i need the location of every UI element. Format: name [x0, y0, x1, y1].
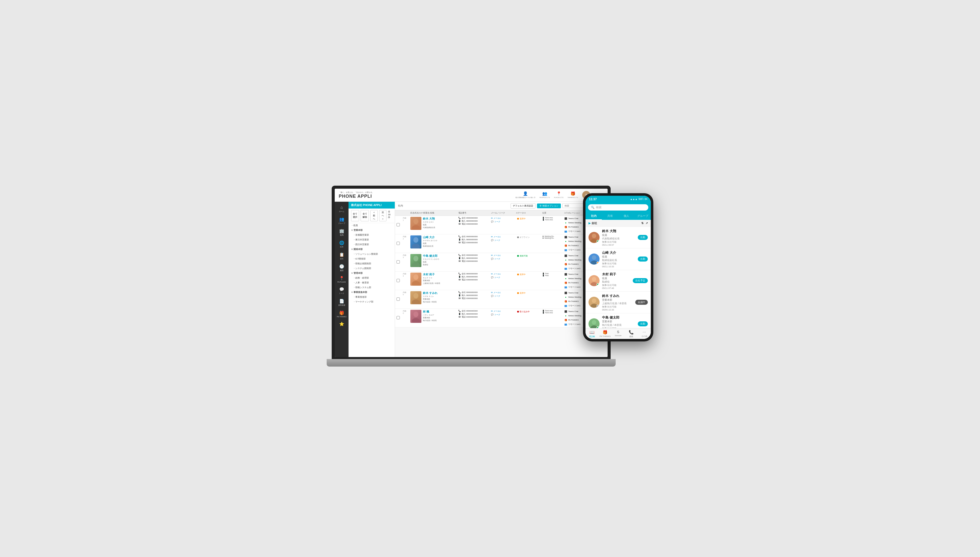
- row-checkbox[interactable]: [397, 279, 400, 282]
- search-option-btn[interactable]: ⚙ 検索オプション: [537, 204, 561, 208]
- tree-node-marketing[interactable]: ・マーケティング部: [348, 300, 395, 304]
- sidebar-item-doc[interactable]: 📄 資料検索: [335, 297, 348, 308]
- tree-node-system[interactable]: ・システム開発部: [348, 266, 395, 271]
- phone-list-header: ▶ 全社 ⇅ ↗: [586, 220, 651, 227]
- mail-link[interactable]: ✉メール1: [491, 310, 513, 313]
- top-bar: 「働く」を変える。「生きかた」が変わる。 PHONE APPLI 👤 個人情報保…: [335, 189, 607, 202]
- default-view-btn[interactable]: デフォルト表示設定: [511, 203, 536, 208]
- row-checkbox[interactable]: [397, 298, 400, 301]
- phone-nav-pathanks[interactable]: 🎁 PA THANKS: [599, 328, 612, 339]
- status-indicator: [597, 283, 599, 286]
- sidebar-item-company[interactable]: 🏢 社内: [335, 227, 348, 238]
- mail-link[interactable]: ✉メール1: [491, 217, 513, 220]
- phone-nav-contact[interactable]: 📞 連絡: [625, 328, 638, 339]
- avatar: [589, 275, 599, 286]
- phone-tab-group[interactable]: グループ: [635, 213, 651, 220]
- tree-node-somu[interactable]: ・総務・経理部: [348, 275, 395, 280]
- phone-nav-phonebook[interactable]: 📖 電話帳: [586, 328, 599, 339]
- tree-node-eigyo[interactable]: ∨ 営業本部: [348, 228, 395, 233]
- person-name[interactable]: 木村 莉子: [423, 273, 440, 276]
- status-badge: 連絡可能: [516, 254, 529, 258]
- row-checkbox[interactable]: [397, 223, 400, 226]
- row-checkbox[interactable]: [397, 260, 400, 264]
- phone-tab-personal[interactable]: 個人: [618, 213, 635, 220]
- top-icon-thanks[interactable]: 🎁 THANKSのプロ: [568, 191, 578, 199]
- sidebar-item-external[interactable]: 🌐 社外: [335, 239, 348, 250]
- mail-link[interactable]: ✉メール1: [491, 254, 513, 257]
- tree-node-jigyo-bu[interactable]: ・事業推進部: [348, 295, 395, 300]
- person-name[interactable]: 林 楓: [423, 310, 437, 314]
- list-item[interactable]: 山崎 大介 役員 取締役副社長 無事/出社可能 05/11 10:33 出勤: [586, 249, 651, 270]
- row-checkbox[interactable]: [397, 316, 400, 319]
- person-name[interactable]: 中島 健太郎: [423, 254, 439, 258]
- talk-link[interactable]: 💬トーク: [491, 257, 513, 260]
- list-item[interactable]: 鈴木 大翔 役員 代表取締役社長 無事/出社可能 05/11 09:07 出勤: [586, 227, 651, 249]
- filter-icon[interactable]: ⇅: [641, 221, 643, 225]
- share-icon[interactable]: ↗: [646, 221, 648, 225]
- tree-node-jigyo[interactable]: ∨ 事業推進本部: [348, 290, 395, 295]
- top-icon-people[interactable]: 👥 PEOPLEのプロ: [539, 191, 550, 199]
- deselect-all-btn[interactable]: 全て解除: [361, 210, 369, 221]
- phone-contact-list: 鈴木 大翔 役員 代表取締役社長 無事/出社可能 05/11 09:07 出勤: [586, 227, 651, 328]
- sidebar-item-paplace[interactable]: 📍 PA PLACE: [335, 274, 348, 284]
- phone-tab-shared[interactable]: 共有: [602, 213, 618, 220]
- tree-node-kanri[interactable]: ∨ 管理本部: [348, 271, 395, 275]
- list-item[interactable]: 中島 健太郎 営業本部 執行役員 / 本部長 無事/出社可能 05/11 07:…: [586, 313, 651, 328]
- tree-node-ict[interactable]: ・ICT開発部: [348, 257, 395, 261]
- home-icon: ⌂: [340, 205, 343, 210]
- mail-icon: ✉: [491, 236, 493, 238]
- talk-link[interactable]: 💬トーク: [491, 220, 513, 223]
- sidebar-item-talk[interactable]: 💬 トーク: [335, 285, 348, 296]
- phone-action-btn[interactable]: 出勤: [638, 257, 648, 262]
- tree-node-joho[interactable]: ・情報企画開発部: [348, 261, 395, 266]
- phone-tab-company[interactable]: 社内: [586, 213, 602, 220]
- tree-node-nishi[interactable]: ・西日本営業部: [348, 242, 395, 247]
- tree-company-header[interactable]: 株式会社 PHONE APPLI: [348, 202, 395, 208]
- phone-nav-sansan[interactable]: S Sansan: [612, 328, 625, 339]
- person-name[interactable]: 鈴木 すみれ: [423, 291, 438, 295]
- sidebar-item-group[interactable]: 👥 グループ: [335, 215, 348, 226]
- top-icon-kojin[interactable]: 👤 個人情報保護士/パスの使い方: [515, 191, 536, 199]
- teams-icon: ⬛: [564, 217, 567, 220]
- list-item[interactable]: 鈴木 すみれ 営業本部 上級執行役員 / 本部長 無事/出社可能 05/05 2…: [586, 292, 651, 313]
- sidebar-item-history[interactable]: 🕐 履歴: [335, 262, 348, 274]
- tree-node-joho-sys[interactable]: ・情報システム部: [348, 285, 395, 290]
- select-all-btn[interactable]: 全て選択: [351, 210, 359, 221]
- sidebar-item-star[interactable]: ⭐: [335, 320, 348, 328]
- sidebar-item-home[interactable]: ⌂ ホーム: [335, 204, 348, 214]
- tree-node-shuto[interactable]: ・首都圏営業部: [348, 233, 395, 238]
- phone-nav-more[interactable]: ··· その他: [638, 328, 651, 339]
- sidebar-item-corp[interactable]: 📋 会社: [335, 251, 348, 262]
- mail-link[interactable]: ✉メール1: [491, 235, 513, 238]
- tree-node-yakuin[interactable]: ・役員: [348, 223, 395, 228]
- mail-link[interactable]: ✉メール1: [491, 291, 513, 294]
- phone-action-btn[interactable]: 出社予定: [633, 278, 648, 283]
- row-checkbox[interactable]: [397, 242, 400, 245]
- top-icon-place[interactable]: 📍 PLACEのプロ: [554, 191, 563, 199]
- phone-action-btn[interactable]: 出勤: [638, 235, 648, 240]
- tree-node-higashi[interactable]: ・東日本営業部: [348, 238, 395, 242]
- tree-node-kaihatsu[interactable]: ∨ 開発本部: [348, 247, 395, 252]
- col-location: 位置: [541, 210, 562, 216]
- tree-node-jinji[interactable]: ・人事・教育部: [348, 280, 395, 285]
- talk-link[interactable]: 💬トーク: [491, 295, 513, 298]
- phone-action-btn[interactable]: 出勤: [638, 321, 648, 326]
- place-icon: 📍: [556, 191, 562, 196]
- person-name[interactable]: 鈴木 大翔: [423, 217, 435, 221]
- mail-link[interactable]: ✉メール1: [491, 273, 513, 275]
- next-btn[interactable]: 次へ ＞: [379, 210, 386, 221]
- talk-link[interactable]: 💬トーク: [491, 239, 513, 242]
- contact-name: 鈴木 大翔: [602, 229, 635, 233]
- talk-link[interactable]: 💬トーク: [491, 276, 513, 279]
- phone-desk-icon: ☎: [458, 241, 461, 244]
- person-name[interactable]: 山崎 大介: [423, 235, 438, 239]
- prev-btn[interactable]: ＜ 前へ: [370, 210, 378, 221]
- list-item[interactable]: 木村 莉子 役員 取締役 無事/出社可能 05/11 07:46 出社予定: [586, 270, 651, 292]
- phone-search-input[interactable]: 🔍 検索: [588, 204, 648, 210]
- tree-node-solution[interactable]: ・ソリューション開発部: [348, 252, 395, 257]
- talk-link[interactable]: 💬トーク: [491, 313, 513, 316]
- sidebar-item-pathanks[interactable]: 🎁 PA THANKS: [335, 309, 348, 319]
- teams-icon: ⬛: [564, 310, 567, 313]
- logo-area: 「働く」を変える。「生きかた」が変わる。 PHONE APPLI: [339, 191, 374, 199]
- phone-action-btn[interactable]: 会議中: [635, 300, 648, 305]
